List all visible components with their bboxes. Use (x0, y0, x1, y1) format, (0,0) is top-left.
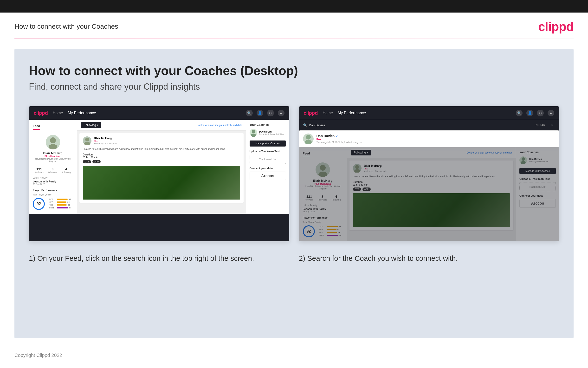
search-result-1[interactable]: Dan Davies ✓ Pro Sunningdale Golf Club, … (299, 131, 559, 147)
connect-section-2: Connect your data Arccos (519, 194, 556, 208)
post-user-info-2: Blair McHarg Plus Yesterday · Sunningdal… (364, 164, 387, 172)
arccos-logo-1: Arccos (250, 172, 286, 180)
main-content: How to connect with your Coaches (Deskto… (14, 49, 574, 338)
main-subtitle: Find, connect and share your Clippd insi… (29, 82, 559, 92)
following-btn-1[interactable]: Following ▾ (81, 122, 101, 128)
post-card-1: Blair McHarg Plus Yesterday · Sunningdal… (79, 133, 244, 203)
svg-point-1 (49, 144, 57, 149)
quality-circle-2: 92 (303, 225, 315, 237)
post-card-2: Blair McHarg Plus Yesterday · Sunningdal… (350, 160, 514, 230)
app-body-1: Feed Blair McHarg Plus Handicap Royal No… (29, 120, 289, 214)
result-avatar-1 (303, 134, 314, 144)
result-info-1: Dan Davies ✓ Pro Sunningdale Golf Club, … (316, 134, 363, 144)
nav-home-1[interactable]: Home (53, 111, 63, 115)
svg-point-13 (521, 161, 526, 164)
nav-home-2[interactable]: Home (323, 111, 333, 115)
svg-point-9 (318, 172, 327, 177)
main-title: How to connect with your Coaches (Deskto… (29, 63, 559, 78)
profile-club-1: Royal North Devon Golf Club, United King… (33, 158, 73, 162)
search-dropdown-2: Dan Davies ✓ Pro Sunningdale Golf Club, … (299, 130, 559, 147)
profile-icon[interactable]: 👤 (257, 110, 263, 116)
nav-icons-1: 🔍 👤 ⚙ ● (246, 110, 284, 116)
svg-point-2 (85, 138, 89, 141)
post-avatar-1 (83, 136, 91, 145)
latest-activity-2: Latest Activity Lesson with Fordy 03 Aug… (303, 204, 343, 213)
manage-coaches-btn-1[interactable]: Manage Your Coaches (250, 140, 286, 147)
top-bar (0, 0, 588, 12)
middle-panel-1: Following ▾ Control who can see your act… (77, 120, 246, 214)
left-panel-1: Feed Blair McHarg Plus Handicap Royal No… (29, 120, 77, 214)
coach-item-1: David Ford Royal North Devon Golf Club (250, 129, 286, 137)
profile-icon-2[interactable]: 👤 (527, 110, 533, 116)
search-icon[interactable]: 🔍 (246, 110, 253, 116)
connect-section-1: Connect your data Arccos (250, 167, 286, 180)
page-title: How to connect with your Coaches (14, 23, 118, 30)
profile-section-2: Blair McHarg Plus Handicap Royal North D… (303, 160, 343, 192)
nav-my-performance-1[interactable]: My Performance (68, 111, 96, 115)
svg-point-0 (50, 137, 56, 143)
manage-coaches-btn-2[interactable]: Manage Your Coaches (519, 168, 556, 174)
settings-icon[interactable]: ⚙ (267, 110, 274, 116)
feed-tab-2: Feed (303, 152, 310, 157)
nav-my-performance-2[interactable]: My Performance (338, 111, 366, 115)
header-divider (14, 38, 574, 39)
clear-btn-2[interactable]: CLEAR (536, 124, 545, 127)
feed-tab-1[interactable]: Feed (33, 124, 40, 130)
profile-stats-2: 131Activities 3Followers 4Following (303, 195, 343, 201)
post-user-info-1: Blair McHarg Plus Yesterday · Sunningdal… (94, 137, 117, 145)
player-perf-1: Player Performance Total Player Quality … (33, 189, 73, 210)
latest-activity-1: Latest Activity Lesson with Fordy 03 Aug… (33, 176, 73, 185)
following-bar-1: Following ▾ Control who can see your act… (77, 120, 246, 131)
svg-point-10 (355, 165, 359, 169)
svg-point-6 (306, 135, 311, 139)
coaches-title-2: Your Coaches (519, 151, 556, 154)
search-icon-2[interactable]: 🔍 (516, 110, 523, 116)
following-btn-2[interactable]: Following ▾ (351, 150, 371, 156)
avatar-icon[interactable]: ● (278, 110, 284, 116)
nav-icons-2: 🔍 👤 ⚙ ● (516, 110, 554, 116)
screenshots-row: clippd Home My Performance 🔍 👤 ⚙ ● Feed (29, 106, 559, 241)
profile-name-2: Blair McHarg (303, 179, 343, 183)
arccos-logo-2: Arccos (519, 199, 556, 208)
stat-followers: 3 Followers (48, 167, 57, 174)
post-image-2 (353, 193, 510, 227)
control-link-2[interactable]: Control who can see your activity and da… (467, 151, 512, 154)
app-nav-1: clippd Home My Performance 🔍 👤 ⚙ ● (29, 106, 289, 120)
left-panel-2: Feed Blair McHarg Plus Handicap Royal No… (299, 147, 347, 241)
golfer-silhouette-1 (83, 166, 240, 200)
header: How to connect with your Coaches clippd (0, 12, 588, 38)
close-btn-2[interactable]: × (550, 122, 555, 128)
svg-point-7 (305, 140, 312, 144)
screenshot-2: clippd Home My Performance 🔍 👤 ⚙ ● 🔍 Dan… (299, 106, 559, 241)
stat-activities: 131 Activities (35, 167, 44, 174)
search-input-2[interactable]: Dan Davies (309, 123, 534, 127)
svg-point-5 (251, 134, 256, 137)
post-avatar-2 (353, 164, 361, 173)
svg-point-12 (522, 157, 525, 161)
perf-bars-1: OTT90 APP85 ARG86 PUTT96 (49, 198, 71, 210)
search-bar-2: 🔍 Dan Davies CLEAR × (299, 120, 559, 130)
coach-avatar-2 (519, 156, 527, 164)
svg-point-8 (320, 165, 326, 171)
profile-section-1: Blair McHarg Plus Handicap Royal North D… (33, 133, 73, 165)
profile-stats-1: 131 Activities 3 Followers 4 Following (33, 167, 73, 174)
avatar-icon-2[interactable]: ● (548, 110, 554, 116)
settings-icon-2[interactable]: ⚙ (537, 110, 544, 116)
coach-avatar-1 (250, 129, 257, 137)
right-panel-1: Your Coaches David Ford Royal North Devo… (246, 120, 289, 214)
post-tags-1: OTT APP (83, 160, 240, 163)
coach-info-2: Dan Davies Sunningdale Golf Club (529, 158, 548, 163)
step-2-desc: 2) Search for the Coach you wish to conn… (299, 253, 559, 263)
control-link-1[interactable]: Control who can see your activity and da… (197, 124, 242, 127)
steps-row: 1) On your Feed, click on the search ico… (29, 253, 559, 263)
post-duration-1: Duration01 hr : 30 min (83, 153, 240, 159)
svg-point-11 (354, 169, 360, 173)
post-header-1: Blair McHarg Plus Yesterday · Sunningdal… (83, 136, 240, 145)
middle-panel-2: Following ▾ Control who can see your act… (347, 147, 516, 241)
app-body-2: Feed Blair McHarg Plus Handicap Royal No… (299, 147, 559, 241)
app-logo-2: clippd (304, 110, 318, 116)
profile-handicap-2: Plus Handicap (303, 183, 343, 185)
coaches-title-1: Your Coaches (250, 123, 286, 127)
upload-section-1: Upload a Trackman Test Trackman Link (250, 150, 286, 164)
trackman-link-1: Trackman Link (250, 155, 286, 164)
